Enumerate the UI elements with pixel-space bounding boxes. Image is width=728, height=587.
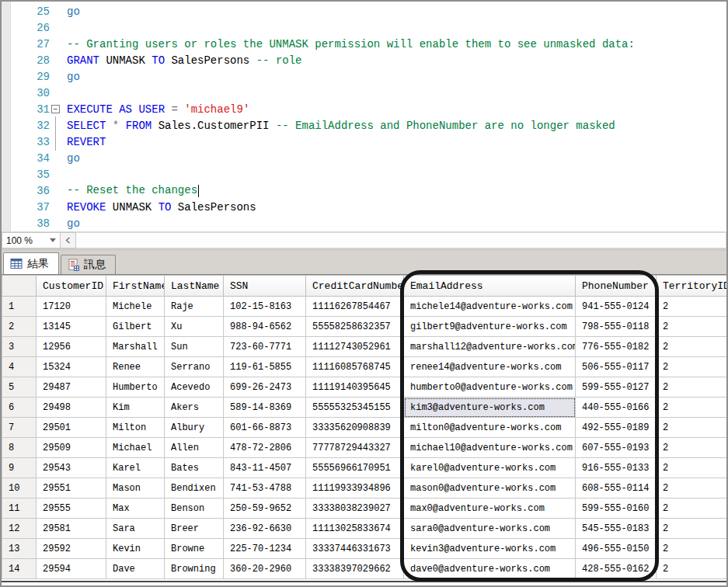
code-line[interactable]: 30 [12, 85, 726, 101]
code-line[interactable]: 26 [12, 19, 726, 36]
grid-cell[interactable]: 496-555-0150 [576, 539, 657, 559]
grid-cell[interactable]: 11119933934896 [306, 478, 404, 498]
row-number[interactable]: 11 [2, 498, 37, 519]
code-line[interactable]: 33REVERT [12, 134, 726, 150]
grid-cell[interactable]: Benson [165, 498, 224, 519]
grid-cell[interactable]: 699-26-2473 [224, 377, 306, 398]
grid-cell[interactable]: Mason [106, 478, 165, 498]
grid-cell[interactable]: mason0@adventure-works.com [404, 478, 576, 498]
row-number[interactable]: 12 [2, 519, 37, 539]
grid-cell[interactable]: sara0@adventure-works.com [404, 519, 576, 539]
grid-cell[interactable]: Renee [106, 357, 165, 377]
zoom-level-dropdown[interactable]: 100 % [2, 232, 61, 248]
column-header-creditcardnumber[interactable]: CreditCardNumber [306, 276, 404, 297]
grid-cell[interactable]: 11119140395645 [306, 377, 404, 398]
grid-cell[interactable]: 599-555-0160 [576, 498, 657, 519]
grid-cell[interactable]: 2 [657, 498, 727, 519]
grid-cell[interactable]: 428-555-0162 [576, 559, 657, 579]
grid-cell[interactable]: 492-555-0189 [576, 418, 657, 438]
grid-cell[interactable]: 15324 [37, 357, 106, 377]
grid-cell[interactable]: 77778729443327 [306, 438, 404, 458]
grid-cell[interactable]: Acevedo [165, 377, 224, 398]
grid-cell[interactable]: 236-92-6630 [224, 519, 306, 539]
grid-cell[interactable]: Michael [106, 438, 165, 458]
grid-cell[interactable]: 29487 [37, 377, 106, 398]
grid-cell[interactable]: 225-70-1234 [224, 539, 306, 559]
grid-cell[interactable]: 2 [657, 297, 727, 317]
row-number[interactable]: 1 [2, 297, 37, 317]
grid-cell[interactable]: Marshall [106, 337, 165, 357]
grid-cell[interactable]: 440-555-0166 [576, 398, 657, 418]
column-header-firstname[interactable]: FirstName [106, 276, 165, 297]
code-line[interactable]: 36-- Reset the changes [12, 182, 726, 199]
code-line[interactable]: 28GRANT UNMASK TO SalesPersons -- role [12, 52, 726, 68]
grid-cell[interactable]: Browne [165, 539, 224, 559]
grid-cell[interactable]: 2 [657, 377, 727, 398]
row-number[interactable]: 7 [2, 418, 37, 438]
grid-cell[interactable]: 11116267854467 [306, 297, 404, 317]
grid-cell[interactable]: 776-555-0182 [576, 337, 657, 357]
row-number[interactable]: 9 [2, 458, 37, 478]
column-header-ssn[interactable]: SSN [224, 276, 306, 297]
grid-cell[interactable]: Raje [165, 297, 224, 317]
grid-cell[interactable]: 29509 [37, 438, 106, 458]
grid-cell[interactable]: 29498 [37, 398, 106, 418]
grid-cell[interactable]: 988-94-6562 [224, 317, 306, 337]
code-line[interactable]: 29go [12, 68, 726, 85]
grid-cell[interactable]: 916-555-0133 [576, 458, 657, 478]
grid-cell[interactable]: 360-20-2960 [224, 559, 306, 579]
grid-cell[interactable]: Karel [106, 458, 165, 478]
tab-results[interactable]: 結果 [3, 252, 59, 274]
grid-cell[interactable]: Sun [165, 337, 224, 357]
grid-cell[interactable]: kevin3@adventure-works.com [404, 539, 576, 559]
grid-cell[interactable]: Bendixen [165, 478, 224, 498]
grid-cell[interactable]: Kim [106, 398, 165, 418]
column-header-territoryid[interactable]: TerritoryID [657, 276, 727, 297]
grid-cell[interactable]: 545-555-0183 [576, 519, 657, 539]
row-number[interactable]: 10 [2, 478, 37, 498]
row-number[interactable]: 8 [2, 438, 37, 458]
grid-cell[interactable]: 33338397029662 [306, 559, 404, 579]
grid-cell[interactable]: michael10@adventure-works.com [404, 438, 576, 458]
grid-cell[interactable]: Serrano [165, 357, 224, 377]
column-header-lastname[interactable]: LastName [165, 276, 224, 297]
grid-cell[interactable]: 798-555-0118 [576, 317, 657, 337]
horizontal-scrollbar-track[interactable] [76, 232, 726, 248]
code-line[interactable]: 35 [12, 166, 726, 182]
grid-cell[interactable]: Allen [165, 438, 224, 458]
grid-cell[interactable]: 250-59-9652 [224, 498, 306, 519]
grid-cell[interactable]: 2 [657, 337, 727, 357]
grid-cell[interactable]: Bates [165, 458, 224, 478]
grid-cell[interactable]: Milton [106, 418, 165, 438]
grid-cell[interactable]: 55558258632357 [306, 317, 404, 337]
grid-cell[interactable]: 102-15-8163 [224, 297, 306, 317]
grid-cell[interactable]: Akers [165, 398, 224, 418]
row-number[interactable]: 3 [2, 337, 37, 357]
row-number[interactable]: 2 [2, 317, 37, 337]
grid-cell[interactable]: Dave [106, 559, 165, 579]
grid-cell[interactable]: 13145 [37, 317, 106, 337]
row-number[interactable]: 13 [2, 539, 37, 559]
grid-cell[interactable]: 941-555-0124 [576, 297, 657, 317]
grid-cell[interactable]: 29594 [37, 559, 106, 579]
grid-cell[interactable]: max0@adventure-works.com [404, 498, 576, 519]
grid-cell[interactable]: 2 [657, 398, 727, 418]
grid-cell[interactable]: kim3@adventure-works.com [404, 398, 576, 418]
grid-cell[interactable]: 2 [657, 559, 727, 579]
grid-cell[interactable]: Sara [106, 519, 165, 539]
grid-cell[interactable]: karel0@adventure-works.com [404, 458, 576, 478]
grid-cell[interactable]: 55556966170951 [306, 458, 404, 478]
grid-cell[interactable]: milton0@adventure-works.com [404, 418, 576, 438]
grid-cell[interactable]: 2 [657, 478, 727, 498]
grid-cell[interactable]: 33337446331673 [306, 539, 404, 559]
grid-cell[interactable]: gilbert9@adventure-works.com [404, 317, 576, 337]
grid-cell[interactable]: 2 [657, 519, 727, 539]
grid-cell[interactable]: Browning [165, 559, 224, 579]
code-line[interactable]: 37REVOKE UNMASK TO SalesPersons [12, 199, 726, 215]
grid-cell[interactable]: 608-555-0114 [576, 478, 657, 498]
grid-cell[interactable]: 2 [657, 539, 727, 559]
grid-cell[interactable]: 29551 [37, 478, 106, 498]
grid-cell[interactable]: Xu [165, 317, 224, 337]
grid-cell[interactable]: marshall12@adventure-works.com [404, 337, 576, 357]
grid-cell[interactable]: 11112743052961 [306, 337, 404, 357]
